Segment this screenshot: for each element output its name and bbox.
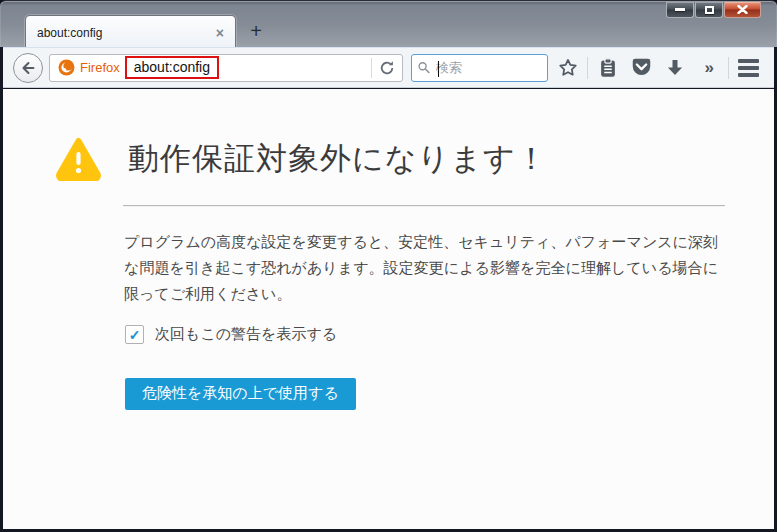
- divider: [123, 205, 725, 207]
- pocket-button[interactable]: [627, 54, 655, 82]
- search-box[interactable]: [411, 54, 548, 82]
- maximize-icon: [705, 6, 714, 14]
- overflow-chevrons-icon: »: [705, 58, 712, 78]
- tab-about-config[interactable]: about:config ×: [25, 15, 236, 49]
- new-tab-button[interactable]: +: [243, 19, 269, 43]
- back-arrow-icon: [19, 59, 37, 77]
- pocket-icon: [631, 58, 652, 78]
- warning-description: プログラムの高度な設定を変更すると、安定性、セキュリティ、パフォーマンスに深刻な…: [124, 229, 718, 307]
- accept-risk-button[interactable]: 危険性を承知の上で使用する: [125, 378, 356, 410]
- reload-button[interactable]: [372, 60, 402, 76]
- close-button[interactable]: [724, 2, 761, 18]
- page-title: 動作保証対象外になります！: [128, 138, 548, 180]
- bookmarks-clipboard-icon: [598, 58, 618, 78]
- toolbar-separator: [728, 57, 729, 79]
- firefox-logo-icon: [58, 59, 75, 76]
- show-warning-label[interactable]: 次回もこの警告を表示する: [155, 325, 337, 344]
- menu-button[interactable]: [734, 54, 762, 82]
- bookmark-star-button[interactable]: [554, 54, 582, 82]
- titlebar: about:config × +: [0, 0, 777, 47]
- checkmark-icon: ✓: [129, 328, 141, 342]
- warning-triangle-icon: [55, 137, 102, 181]
- warning-header: 動作保証対象外になります！: [55, 137, 548, 181]
- minimize-icon: [675, 8, 685, 11]
- tab-title: about:config: [37, 26, 213, 40]
- window-controls: [665, 2, 761, 18]
- toolbar-icons: »: [548, 48, 768, 87]
- search-input[interactable]: [430, 60, 541, 75]
- overflow-button[interactable]: »: [694, 54, 722, 82]
- hamburger-icon: [738, 59, 759, 77]
- show-again-row: ✓ 次回もこの警告を表示する: [125, 325, 337, 344]
- firefox-badge-label: Firefox: [80, 60, 120, 75]
- search-icon: [418, 61, 430, 74]
- page-content: 動作保証対象外になります！ プログラムの高度な設定を変更すると、安定性、セキュリ…: [3, 89, 774, 529]
- star-icon: [558, 58, 578, 78]
- tab-close-icon[interactable]: ×: [213, 24, 227, 42]
- browser-window: about:config × +: [0, 0, 777, 532]
- bookmarks-menu-button[interactable]: [594, 54, 622, 82]
- toolbar-separator: [587, 57, 588, 79]
- firefox-identity-badge[interactable]: Firefox: [58, 59, 120, 76]
- close-icon: [737, 5, 748, 14]
- text-caret: [438, 61, 439, 77]
- downloads-button[interactable]: [661, 54, 689, 82]
- navigation-toolbar: Firefox about:config: [3, 47, 774, 88]
- maximize-button[interactable]: [695, 2, 723, 18]
- minimize-button[interactable]: [666, 2, 694, 18]
- url-bar[interactable]: Firefox about:config: [49, 54, 403, 82]
- url-text-annotated: about:config: [125, 56, 219, 79]
- reload-icon: [379, 60, 395, 76]
- show-warning-checkbox[interactable]: ✓: [125, 325, 144, 344]
- back-button[interactable]: [13, 53, 43, 83]
- download-arrow-icon: [665, 58, 685, 78]
